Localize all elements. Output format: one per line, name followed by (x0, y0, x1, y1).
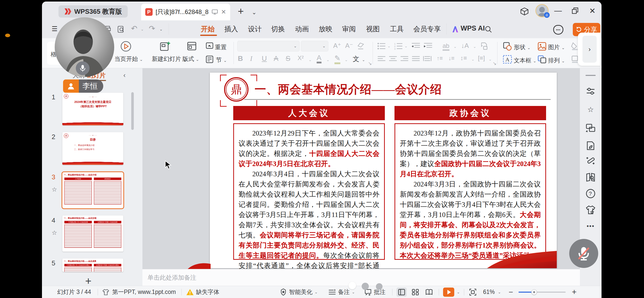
home-tab[interactable]: WPS365 教育版 (58, 5, 128, 18)
tab-animation[interactable]: 动画 (295, 24, 309, 34)
shape-icon[interactable] (503, 42, 512, 51)
decrease-indent-icon[interactable] (411, 42, 420, 50)
zoom-out-button[interactable]: − (509, 288, 513, 296)
tab-member[interactable]: 会员专享 (413, 24, 441, 34)
decrease-font-button[interactable]: A⁻ (345, 42, 353, 50)
layout-button[interactable]: 版式 ⌄ (182, 55, 199, 63)
align-left-icon[interactable] (377, 56, 386, 62)
move-up-button[interactable]: ↑≡ (437, 55, 443, 62)
start-from-page-button[interactable]: 当页开始 ⌄ (114, 55, 143, 63)
zoom-level[interactable]: 61% (483, 289, 495, 295)
tab-view[interactable]: 视图 (366, 24, 380, 34)
tab-review[interactable]: 审阅 (342, 24, 356, 34)
picture-icon[interactable] (537, 42, 547, 51)
notes-toggle-button[interactable]: 备注 (338, 288, 350, 296)
text-direction-chevron-icon[interactable]: ⌄ (473, 44, 476, 49)
present-screen-icon[interactable] (212, 9, 218, 15)
ribbon-expand-button[interactable]: › (582, 36, 597, 63)
hamburger-menu-icon[interactable]: ☰ (52, 25, 57, 33)
zoom-chevron-icon[interactable]: ⌄ (498, 290, 501, 294)
convert-doc-icon[interactable] (480, 42, 488, 50)
tab-slideshow[interactable]: 放映 (319, 24, 332, 34)
strikethrough-button[interactable]: S (286, 55, 290, 63)
justify-icon[interactable] (412, 56, 420, 62)
minimize-button[interactable]: — (552, 5, 564, 17)
3d-cube-icon[interactable] (520, 7, 529, 16)
sync-windows-icon[interactable] (586, 123, 596, 133)
text-box-button[interactable]: 文本框 ⌄ (514, 57, 536, 64)
more-options-icon[interactable]: ••• (586, 221, 596, 231)
zoom-slider-thumb[interactable] (531, 289, 537, 295)
smart-beautify-button[interactable]: 智能美化 (289, 288, 312, 296)
reset-button[interactable]: 重置 (215, 43, 227, 51)
column-body-zhengxie[interactable]: 2023年12月，政协第十四届全国委员会召开第十二次主席会议，审议通过了关于召开… (394, 123, 546, 260)
line-spacing-chevron-icon[interactable]: ⌄ (471, 57, 475, 62)
slide-column-zhengxie[interactable]: 政协会议 2023年12月，政协第十四届全国委员会召开第十二次主席会议，审议通过… (394, 106, 546, 260)
slide-thumbnail-4[interactable]: 一、两会基本情况介绍——会议议程 十四届全国人大二次会议议程 全国政协十四届二次… (62, 215, 123, 252)
participant-mic-icon[interactable] (76, 61, 90, 75)
effects-star-icon[interactable]: ☆ (586, 104, 596, 115)
increase-font-button[interactable]: A⁺ (333, 42, 341, 50)
beautify-chevron-icon[interactable]: ⌄ (314, 290, 318, 294)
normal-view-button[interactable] (397, 288, 407, 297)
slide-canvas[interactable]: 鼎 一、两会基本情况介绍——会议介绍 人大会议 2023年12月29日下午，全国… (142, 68, 580, 270)
layout-icon[interactable] (186, 41, 197, 51)
restore-button[interactable] (569, 5, 581, 17)
play-options-chevron-icon[interactable]: ⌄ (457, 290, 460, 294)
slide-thumbnail-1[interactable]: 鼎 —— ◆ —— 2024年第三次党支部主题党日 （组织生活）辅学PPT (62, 93, 123, 125)
new-slide-button[interactable]: 新建幻灯片 ⌄ (152, 55, 186, 63)
char-shading-chevron-icon[interactable]: ⌄ (453, 44, 457, 49)
highlight-button[interactable]: ✎ (334, 54, 340, 64)
proofread-book-icon[interactable] (586, 172, 596, 182)
align-center-icon[interactable] (389, 56, 397, 62)
font-name-select[interactable]: ⌄ (237, 41, 300, 51)
close-window-button[interactable]: ✕ (586, 5, 598, 17)
reading-view-button[interactable] (424, 288, 434, 297)
slide-title[interactable]: 一、两会基本情况介绍——会议介绍 (255, 82, 442, 97)
reset-icon[interactable] (205, 42, 214, 50)
char-shading-button[interactable]: ab (443, 42, 449, 51)
font-color-chevron-icon[interactable]: ⌄ (326, 58, 330, 62)
undo-icon[interactable]: ↶ (131, 24, 137, 33)
text-box-icon[interactable]: A (503, 55, 512, 64)
skin-tshirt-icon[interactable] (586, 205, 596, 215)
slide-sorter-view-button[interactable] (410, 288, 420, 297)
notes-chevron-icon[interactable]: ⌄ (352, 290, 355, 294)
arrange-button[interactable]: 排列 ⌄ (548, 57, 565, 64)
new-slide-icon[interactable] (159, 41, 171, 52)
more-quick-actions-chevron-icon[interactable]: ⌄ (159, 27, 163, 32)
tab-insert[interactable]: 插入 (224, 24, 238, 34)
slideshow-play-button[interactable] (443, 288, 454, 297)
add-slide-button[interactable]: + (85, 275, 92, 287)
bullet-list-icon[interactable] (377, 42, 386, 50)
collapse-panel-icon[interactable]: ‹ (123, 71, 126, 79)
resource-leaf-icon[interactable] (586, 141, 596, 151)
beautify-wand-icon[interactable] (586, 155, 596, 166)
search-icon[interactable] (485, 25, 492, 33)
new-tab-button[interactable]: + (238, 6, 244, 16)
font-color-button[interactable]: A (317, 54, 321, 63)
slide-editor[interactable]: 鼎 一、两会基本情况介绍——会议介绍 人大会议 2023年12月29日下午，全国… (210, 73, 557, 268)
tab-home[interactable]: 开始 (201, 24, 215, 34)
arrange-icon[interactable] (537, 55, 547, 64)
column-body-renda[interactable]: 2023年12月29日下午，全国人大常委会会议表决通过了关于召开十四届全国人大二… (233, 123, 385, 260)
notes-bar[interactable]: 单击此处添加备注 (142, 269, 602, 286)
beautify-icon[interactable] (280, 288, 287, 296)
numbered-list-chevron-icon[interactable]: ⌄ (404, 44, 408, 48)
section-button[interactable]: 节 ⌄ (216, 56, 227, 64)
clear-format-icon[interactable] (357, 42, 364, 50)
increase-indent-icon[interactable] (423, 42, 433, 50)
italic-button[interactable]: I (250, 55, 252, 63)
shape-button[interactable]: 形状 ⌄ (514, 43, 531, 51)
section-icon[interactable] (205, 55, 214, 64)
mute-microphone-button[interactable] (569, 239, 598, 268)
paragraph-dialog-launcher-icon[interactable]: ↘ (493, 61, 496, 66)
undo-chevron-icon[interactable]: ⌄ (141, 27, 144, 32)
highlight-chevron-icon[interactable]: ⌄ (345, 58, 348, 62)
bullet-list-chevron-icon[interactable]: ⌄ (387, 44, 391, 48)
missing-font-warning[interactable]: 缺失字体 (196, 288, 219, 296)
picture-button[interactable]: 图片 ⌄ (548, 43, 565, 51)
tab-wps-ai[interactable]: WPS AI (461, 24, 485, 32)
print-preview-icon[interactable] (117, 25, 125, 33)
line-spacing-button[interactable]: ↕≡ (460, 55, 467, 62)
